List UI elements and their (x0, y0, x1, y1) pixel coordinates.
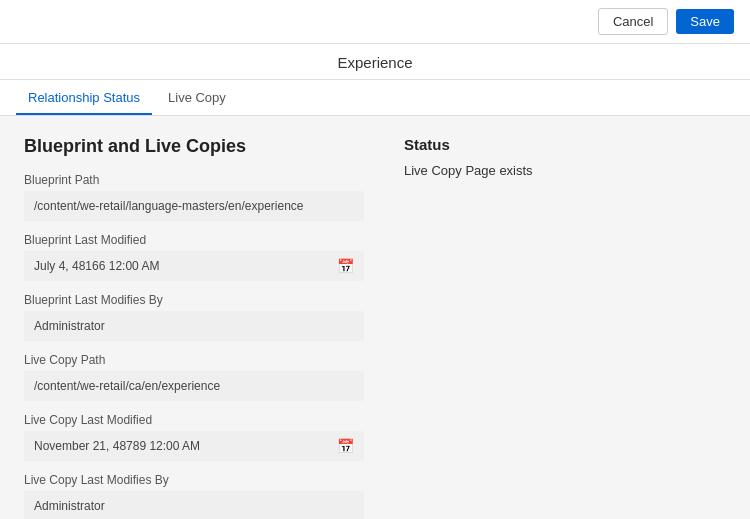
status-heading: Status (404, 136, 726, 153)
field-group-live-copy-last-modifies-by: Live Copy Last Modifies ByAdministrator (24, 473, 364, 519)
field-label-blueprint-path: Blueprint Path (24, 173, 364, 187)
field-value-blueprint-last-modifies-by: Administrator (24, 311, 364, 341)
tab-live-copy[interactable]: Live Copy (156, 80, 238, 115)
tab-relationship-status[interactable]: Relationship Status (16, 80, 152, 115)
field-value-live-copy-last-modifies-by: Administrator (24, 491, 364, 519)
field-label-live-copy-last-modifies-by: Live Copy Last Modifies By (24, 473, 364, 487)
calendar-icon[interactable]: 📅 (337, 258, 354, 274)
field-value-blueprint-last-modified[interactable]: July 4, 48166 12:00 AM📅 (24, 251, 364, 281)
field-label-blueprint-last-modified: Blueprint Last Modified (24, 233, 364, 247)
right-panel: Status Live Copy Page exists (404, 136, 726, 500)
field-group-blueprint-last-modifies-by: Blueprint Last Modifies ByAdministrator (24, 293, 364, 341)
field-label-live-copy-path: Live Copy Path (24, 353, 364, 367)
field-value-blueprint-path: /content/we-retail/language-masters/en/e… (24, 191, 364, 221)
field-value-live-copy-last-modified[interactable]: November 21, 48789 12:00 AM📅 (24, 431, 364, 461)
page-title: Experience (0, 44, 750, 80)
field-group-blueprint-path: Blueprint Path/content/we-retail/languag… (24, 173, 364, 221)
cancel-button[interactable]: Cancel (598, 8, 668, 35)
field-label-blueprint-last-modifies-by: Blueprint Last Modifies By (24, 293, 364, 307)
field-group-live-copy-last-modified: Live Copy Last ModifiedNovember 21, 4878… (24, 413, 364, 461)
left-panel: Blueprint and Live Copies Blueprint Path… (24, 136, 364, 500)
calendar-icon[interactable]: 📅 (337, 438, 354, 454)
field-value-live-copy-path: /content/we-retail/ca/en/experience (24, 371, 364, 401)
field-group-live-copy-path: Live Copy Path/content/we-retail/ca/en/e… (24, 353, 364, 401)
top-bar: Cancel Save (0, 0, 750, 44)
status-text: Live Copy Page exists (404, 163, 726, 178)
panel-heading: Blueprint and Live Copies (24, 136, 364, 157)
fields-container: Blueprint Path/content/we-retail/languag… (24, 173, 364, 519)
tabs-container: Relationship Status Live Copy (0, 80, 750, 116)
save-button[interactable]: Save (676, 9, 734, 34)
main-content: Blueprint and Live Copies Blueprint Path… (0, 116, 750, 519)
field-label-live-copy-last-modified: Live Copy Last Modified (24, 413, 364, 427)
field-group-blueprint-last-modified: Blueprint Last ModifiedJuly 4, 48166 12:… (24, 233, 364, 281)
